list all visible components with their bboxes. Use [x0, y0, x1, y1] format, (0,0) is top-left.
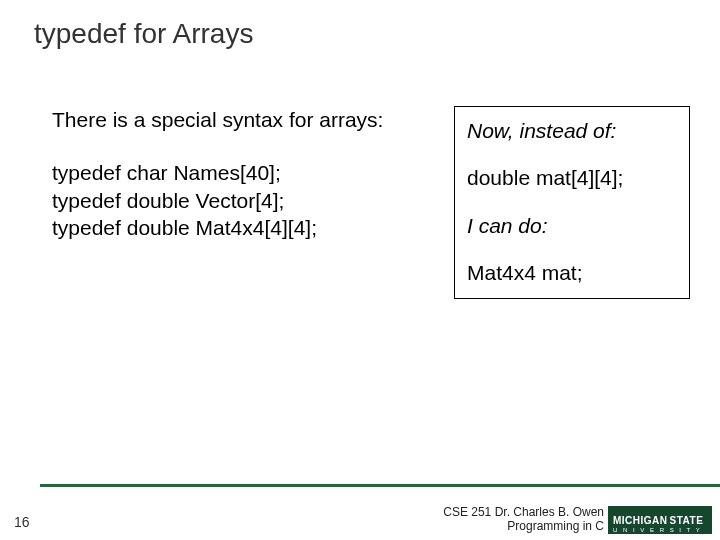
slide: typedef for Arrays There is a special sy… — [0, 0, 720, 540]
callout-box: Now, instead of: double mat[4][4]; I can… — [454, 106, 690, 299]
footer-divider — [40, 484, 720, 487]
box-line-3: I can do: — [467, 212, 677, 239]
logo-text-michigan: MICHIGAN — [608, 515, 668, 526]
box-line-1: Now, instead of: — [467, 117, 677, 144]
code-line-2: typedef double Vector[4]; — [52, 187, 432, 214]
logo-text-state: STATE — [668, 515, 704, 526]
footer-credit: CSE 251 Dr. Charles B. Owen Programming … — [443, 506, 604, 534]
msu-logo: MICHIGAN STATE U N I V E R S I T Y — [608, 506, 712, 534]
page-number: 16 — [14, 514, 30, 530]
box-line-2: double mat[4][4]; — [467, 164, 677, 191]
credit-line-2: Programming in C — [443, 520, 604, 534]
slide-title: typedef for Arrays — [34, 18, 253, 50]
box-line-4: Mat4x4 mat; — [467, 259, 677, 286]
credit-line-1: CSE 251 Dr. Charles B. Owen — [443, 506, 604, 520]
body-left: There is a special syntax for arrays: ty… — [52, 106, 432, 241]
logo-text-university: U N I V E R S I T Y — [613, 527, 702, 533]
code-line-3: typedef double Mat4x4[4][4]; — [52, 214, 432, 241]
code-line-1: typedef char Names[40]; — [52, 159, 432, 186]
intro-text: There is a special syntax for arrays: — [52, 106, 432, 133]
